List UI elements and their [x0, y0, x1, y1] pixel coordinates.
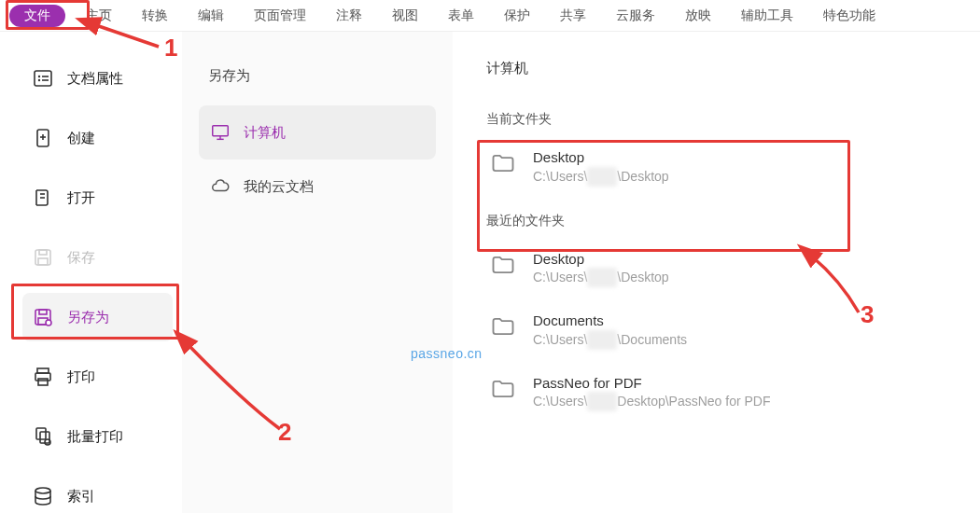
menu-tab-cloud[interactable]: 云服务 — [601, 4, 670, 28]
sidebar-item-label: 保存 — [67, 249, 95, 267]
menu-tab-protect[interactable]: 保护 — [489, 4, 545, 28]
location-computer[interactable]: 计算机 — [199, 105, 436, 159]
sidebar-item-label: 创建 — [67, 130, 95, 147]
current-folder-label: 当前文件夹 — [486, 111, 961, 128]
open-icon — [32, 187, 54, 209]
svg-point-22 — [35, 488, 50, 493]
svg-rect-10 — [39, 250, 47, 255]
menu-tab-share[interactable]: 共享 — [545, 4, 601, 28]
right-panel-title: 计算机 — [486, 60, 961, 77]
folder-recent-documents[interactable]: Documents C:\Users\xxxx\Documents — [486, 300, 961, 363]
sidebar-item-label: 批量打印 — [67, 428, 123, 446]
monitor-icon — [210, 122, 231, 143]
menu-tab-view[interactable]: 视图 — [377, 4, 433, 28]
menu-tab-edit[interactable]: 编辑 — [183, 4, 239, 28]
sidebar-item-label: 文档属性 — [67, 70, 123, 88]
location-label: 计算机 — [244, 124, 286, 142]
folder-icon — [490, 313, 516, 338]
top-menu-bar: 文件 主页 转换 编辑 页面管理 注释 视图 表单 保护 共享 云服务 放映 辅… — [0, 0, 980, 32]
folder-path: C:\Users\xxxx\Desktop — [533, 167, 669, 187]
folder-path: C:\Users\xxxxDesktop\PassNeo for PDF — [533, 392, 771, 411]
batch-print-icon — [32, 425, 54, 448]
menu-tab-comment[interactable]: 注释 — [321, 4, 377, 28]
svg-rect-18 — [38, 379, 48, 385]
saveas-icon — [32, 306, 54, 328]
svg-rect-0 — [35, 71, 51, 86]
folder-path: C:\Users\xxxx\Documents — [533, 330, 687, 350]
svg-rect-11 — [38, 258, 48, 265]
folder-path: C:\Users\xxxx\Desktop — [533, 268, 669, 287]
menu-tab-file[interactable]: 文件 — [9, 5, 65, 27]
menu-tab-convert[interactable]: 转换 — [127, 4, 183, 28]
sidebar-item-create[interactable]: 创建 — [22, 114, 173, 162]
svg-point-15 — [46, 320, 51, 326]
folder-panel: 计算机 当前文件夹 Desktop C:\Users\xxxx\Desktop … — [453, 32, 980, 513]
sidebar-item-label: 打印 — [67, 368, 95, 386]
menu-tab-form[interactable]: 表单 — [433, 4, 489, 28]
sidebar-item-open[interactable]: 打开 — [22, 173, 173, 222]
file-sidebar: 文档属性 创建 打开 保存 另存为 打印 批量打印 索引 — [0, 32, 182, 513]
menu-tab-page[interactable]: 页面管理 — [239, 4, 321, 28]
save-location-panel: 另存为 计算机 我的云文档 — [182, 32, 453, 513]
menu-tab-home[interactable]: 主页 — [71, 4, 127, 28]
folder-recent-passneo[interactable]: PassNeo for PDF C:\Users\xxxxDesktop\Pas… — [486, 363, 961, 425]
folder-name: Documents — [533, 312, 687, 330]
location-label: 我的云文档 — [244, 178, 314, 196]
panel-title: 另存为 — [199, 60, 436, 105]
sidebar-item-save: 保存 — [22, 233, 173, 282]
sidebar-item-properties[interactable]: 文档属性 — [22, 54, 173, 103]
svg-rect-19 — [36, 428, 46, 439]
folder-recent-desktop[interactable]: Desktop C:\Users\xxxx\Desktop — [486, 239, 961, 301]
folder-name: Desktop — [533, 148, 669, 167]
folder-name: PassNeo for PDF — [533, 374, 771, 393]
svg-rect-23 — [213, 126, 229, 136]
menu-tab-present[interactable]: 放映 — [670, 4, 726, 28]
folder-name: Desktop — [533, 250, 669, 269]
sidebar-item-label: 索引 — [67, 488, 95, 506]
folder-icon — [490, 376, 516, 400]
sidebar-item-batchprint[interactable]: 批量打印 — [22, 412, 173, 461]
index-icon — [32, 485, 54, 507]
location-cloud[interactable]: 我的云文档 — [199, 159, 436, 214]
sidebar-item-label: 打开 — [67, 189, 95, 207]
create-icon — [32, 127, 54, 149]
cloud-icon — [210, 176, 231, 197]
menu-tab-tools[interactable]: 辅助工具 — [726, 4, 808, 28]
sidebar-item-label: 另存为 — [67, 309, 109, 326]
sidebar-item-index[interactable]: 索引 — [22, 472, 173, 513]
folder-current-desktop[interactable]: Desktop C:\Users\xxxx\Desktop — [486, 137, 961, 200]
save-icon — [32, 246, 54, 269]
print-icon — [32, 366, 54, 388]
properties-icon — [32, 67, 54, 90]
svg-point-2 — [38, 79, 40, 81]
menu-tab-features[interactable]: 特色功能 — [808, 4, 890, 28]
folder-icon — [490, 150, 516, 174]
sidebar-item-print[interactable]: 打印 — [22, 353, 173, 401]
svg-point-1 — [38, 76, 40, 77]
svg-rect-13 — [39, 310, 47, 314]
recent-folder-label: 最近的文件夹 — [486, 213, 961, 229]
sidebar-item-saveas[interactable]: 另存为 — [22, 293, 173, 341]
folder-icon — [490, 252, 516, 276]
